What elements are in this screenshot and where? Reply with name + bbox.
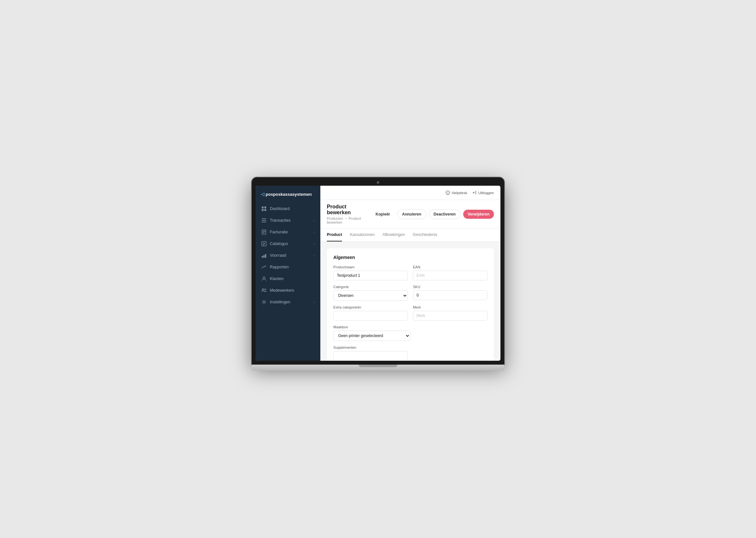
- chevron-icon: ›: [313, 219, 314, 222]
- section-algemeen: Algemeen Productnaam EAN: [327, 248, 494, 361]
- transactions-icon: [261, 218, 266, 223]
- sidebar-item-dashboard-label: Dashboard: [270, 206, 290, 211]
- svg-rect-17: [265, 254, 266, 258]
- tab-bar: Product Kassabonnen Afboekingen Geschied…: [320, 229, 500, 242]
- logout-button[interactable]: Uitloggen: [472, 190, 494, 195]
- form-row-1: Productnaam EAN: [333, 265, 488, 280]
- form-row-2: Categorie Diversen SKU: [333, 285, 488, 301]
- svg-rect-5: [262, 220, 266, 221]
- logo-text: posposkassasystemen: [265, 192, 311, 197]
- verwijderen-button[interactable]: Verwijderen: [463, 210, 494, 219]
- form-group-categorie: Categorie Diversen: [333, 285, 408, 301]
- form-group-maakbon: Maakbon Geen printer geselecteerd: [333, 325, 410, 341]
- kopieer-button[interactable]: Kopieër: [371, 210, 395, 219]
- deactiveren-button[interactable]: Deactiveren: [429, 209, 461, 219]
- sidebar-item-rapporten[interactable]: Rapporten: [258, 261, 318, 273]
- svg-rect-14: [263, 245, 264, 245]
- page-header: Product bewerken Producten → Product bew…: [320, 200, 500, 229]
- productnaam-label: Productnaam: [333, 265, 408, 269]
- dashboard-icon: [261, 206, 266, 211]
- sidebar-item-facturatie[interactable]: Facturatie ›: [258, 227, 318, 238]
- form-group-merk: Merk: [413, 305, 488, 321]
- sidebar-item-catalogus[interactable]: Catalogus ›: [258, 238, 318, 249]
- logo-icon: ◁: [261, 191, 264, 197]
- page-title-area: Product bewerken Producten → Product bew…: [327, 204, 371, 224]
- section-algemeen-title: Algemeen: [333, 255, 488, 260]
- logout-icon: [472, 190, 476, 195]
- reports-icon: [261, 264, 266, 270]
- form-group-extra-categorieen: Extra categorieën: [333, 305, 408, 321]
- productnaam-input[interactable]: [333, 271, 408, 280]
- form-row-3: Extra categorieën Merk: [333, 305, 488, 321]
- sidebar-item-rapporten-label: Rapporten: [270, 265, 289, 269]
- svg-point-21: [263, 301, 265, 303]
- invoice-icon: [261, 230, 266, 235]
- breadcrumb-separator: →: [344, 217, 349, 220]
- chevron-icon: ›: [313, 300, 314, 304]
- svg-rect-0: [262, 206, 264, 208]
- sidebar-item-facturatie-label: Facturatie: [270, 230, 288, 234]
- merk-label: Merk: [413, 305, 488, 309]
- svg-rect-10: [263, 233, 264, 233]
- content-area: Algemeen Productnaam EAN: [320, 242, 500, 361]
- supplementen-input[interactable]: [333, 351, 408, 361]
- categorie-select[interactable]: Diversen: [333, 291, 408, 301]
- svg-rect-16: [263, 255, 264, 258]
- svg-rect-9: [263, 232, 265, 232]
- sku-label: SKU: [413, 285, 488, 289]
- ean-input[interactable]: [413, 271, 488, 280]
- sidebar-item-voorraad[interactable]: Voorraad ›: [258, 250, 318, 261]
- sidebar-item-medewerkers-label: Medewerkers: [270, 288, 294, 293]
- sidebar-item-transacties[interactable]: Transacties ›: [258, 215, 318, 226]
- maakbon-select[interactable]: Geen printer geselecteerd: [333, 331, 410, 341]
- form-row-4: Maakbon Geen printer geselecteerd: [333, 325, 488, 341]
- svg-rect-2: [262, 209, 264, 211]
- helpdesk-label: Helpdesk: [451, 191, 467, 195]
- topbar: ? Helpdesk Uitloggen: [320, 186, 500, 200]
- chevron-icon: ›: [313, 242, 314, 246]
- sidebar-item-klanten[interactable]: Klanten: [258, 273, 318, 284]
- ean-label: EAN: [413, 265, 488, 269]
- inventory-icon: [261, 253, 266, 258]
- sidebar-item-transacties-label: Transacties: [270, 218, 291, 223]
- maakbon-label: Maakbon: [333, 325, 410, 329]
- catalog-icon: [261, 241, 266, 246]
- sku-input[interactable]: [413, 291, 488, 300]
- chevron-icon: ›: [313, 254, 314, 257]
- helpdesk-button[interactable]: ? Helpdesk: [446, 190, 467, 195]
- helpdesk-icon: ?: [446, 190, 450, 195]
- svg-rect-3: [264, 209, 266, 211]
- main-content: ? Helpdesk Uitloggen Product bewerken Pr…: [320, 186, 500, 361]
- logout-label: Uitloggen: [478, 191, 494, 195]
- merk-input[interactable]: [413, 311, 488, 321]
- extra-categorieen-input[interactable]: [333, 311, 408, 321]
- settings-icon: [261, 299, 266, 305]
- tab-product[interactable]: Product: [327, 229, 342, 242]
- tab-kassabonnen[interactable]: Kassabonnen: [350, 229, 374, 242]
- header-actions: Kopieër Annuleren Deactiveren Verwijdere…: [371, 209, 494, 219]
- svg-rect-6: [262, 222, 266, 222]
- sidebar: ◁ posposkassasystemen Dashboard Transact…: [256, 186, 320, 361]
- sidebar-nav: Dashboard Transacties › Facturatie ›: [256, 203, 320, 307]
- sidebar-item-medewerkers[interactable]: Medewerkers: [258, 285, 318, 296]
- form-row-5: Supplementen: [333, 346, 488, 361]
- chevron-icon: ›: [313, 231, 314, 234]
- breadcrumb: Producten → Product bewerken: [327, 217, 371, 224]
- svg-point-18: [263, 277, 265, 279]
- svg-rect-12: [263, 243, 265, 243]
- svg-rect-8: [263, 231, 265, 232]
- svg-point-19: [262, 289, 264, 291]
- supplementen-label: Supplementen: [333, 346, 408, 350]
- sidebar-item-dashboard[interactable]: Dashboard: [258, 203, 318, 214]
- svg-rect-4: [262, 218, 266, 219]
- svg-rect-1: [264, 206, 266, 208]
- tab-afboekingen[interactable]: Afboekingen: [383, 229, 405, 242]
- sidebar-item-klanten-label: Klanten: [270, 277, 283, 281]
- page-title: Product bewerken: [327, 204, 371, 216]
- sidebar-item-voorraad-label: Voorraad: [270, 253, 286, 258]
- form-group-ean: EAN: [413, 265, 488, 280]
- annuleren-button[interactable]: Annuleren: [397, 209, 426, 219]
- tab-geschiedenis[interactable]: Geschiedenis: [413, 229, 437, 242]
- svg-rect-13: [263, 244, 265, 244]
- sidebar-item-instellingen[interactable]: Instellingen ›: [258, 296, 318, 307]
